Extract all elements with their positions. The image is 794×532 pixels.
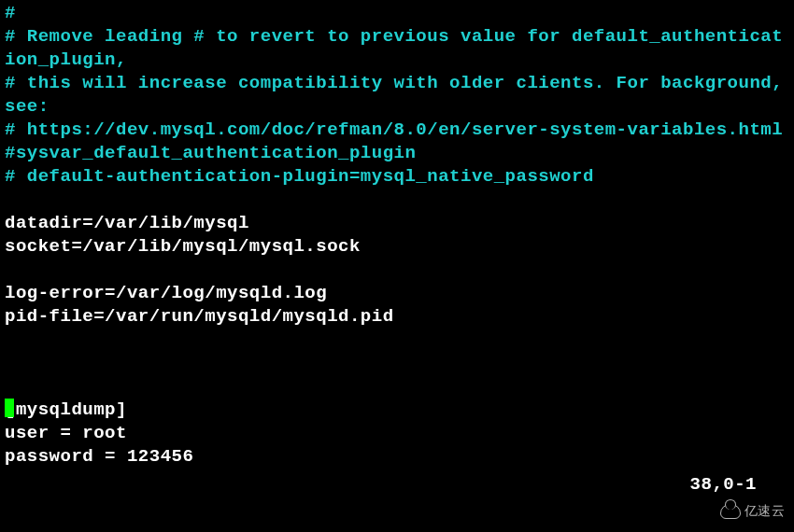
cloud-icon (720, 504, 741, 519)
blank-line (5, 375, 789, 399)
blank-line (5, 352, 789, 375)
blank-line (5, 189, 789, 212)
config-line: socket=/var/lib/mysql/mysql.sock (5, 235, 789, 259)
config-line: log-error=/var/log/mysqld.log (5, 282, 789, 305)
blank-line (5, 329, 789, 352)
config-comment-line: # this will increase compatibility with … (5, 72, 789, 119)
terminal-cursor (5, 399, 14, 417)
config-line: [mysqldump] (5, 399, 789, 422)
watermark-text: 亿速云 (744, 499, 786, 523)
config-line: pid-file=/var/run/mysqld/mysqld.pid (5, 305, 789, 329)
config-line: datadir=/var/lib/mysql (5, 212, 789, 235)
terminal-output[interactable]: ## Remove leading # to revert to previou… (0, 0, 794, 470)
config-comment-line: # default-authentication-plugin=mysql_na… (5, 165, 789, 189)
config-comment-line: # (5, 2, 789, 25)
config-line: password = 123456 (5, 445, 789, 469)
blank-line (5, 259, 789, 282)
config-comment-line: # Remove leading # to revert to previous… (5, 25, 789, 72)
config-comment-line: # https://dev.mysql.com/doc/refman/8.0/e… (5, 119, 789, 165)
vim-position-indicator: 38,0-1 (690, 473, 757, 497)
config-line: user = root (5, 422, 789, 445)
watermark: 亿速云 (720, 499, 786, 523)
